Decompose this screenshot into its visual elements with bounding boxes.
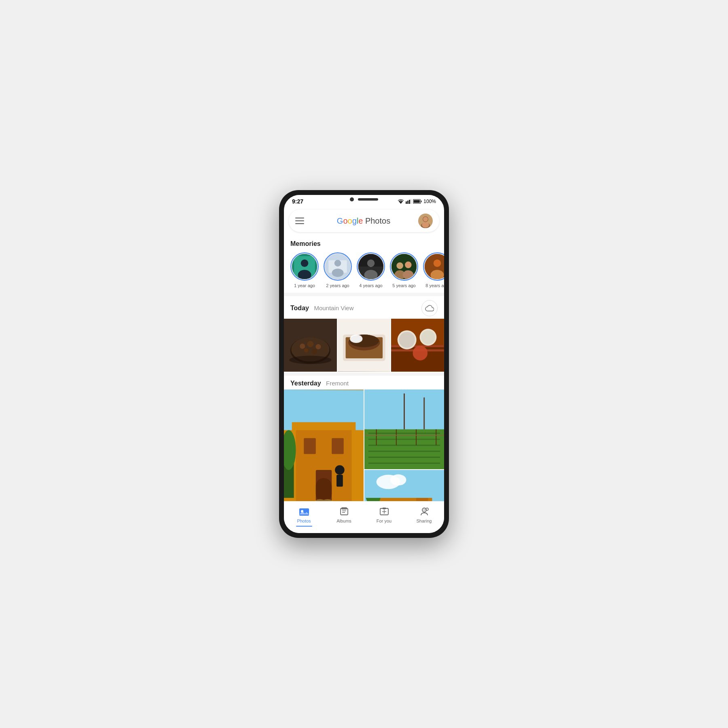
memory-item-3[interactable]: 5 years ago bbox=[390, 252, 418, 288]
svg-point-11 bbox=[423, 217, 428, 222]
memory-circle-0 bbox=[290, 252, 319, 281]
svg-point-38 bbox=[315, 344, 321, 349]
nav-for-you[interactable]: For you bbox=[364, 505, 404, 528]
nav-photos[interactable]: Photos bbox=[284, 505, 324, 528]
yesterday-header: Yesterday Fremont bbox=[284, 376, 444, 389]
yesterday-location: Fremont bbox=[326, 380, 349, 387]
svg-rect-63 bbox=[304, 438, 316, 454]
svg-point-41 bbox=[289, 356, 332, 364]
svg-rect-66 bbox=[316, 478, 332, 501]
memory-item-2[interactable]: 4 years ago bbox=[357, 252, 385, 288]
svg-rect-111 bbox=[383, 508, 386, 509]
section-divider-2 bbox=[284, 372, 444, 376]
today-section: Today Mountain View bbox=[284, 296, 444, 372]
memory-item-0[interactable]: 1 year ago bbox=[290, 252, 319, 288]
app-header: Google Photos bbox=[289, 210, 439, 232]
svg-point-113 bbox=[423, 509, 425, 511]
yesterday-photo-right-top[interactable] bbox=[364, 389, 444, 469]
svg-point-15 bbox=[301, 259, 309, 267]
svg-point-37 bbox=[307, 341, 313, 347]
memory-circle-2 bbox=[357, 252, 385, 281]
svg-rect-6 bbox=[421, 201, 422, 202]
today-date-group: Today Mountain View bbox=[290, 305, 354, 312]
battery-text: 100% bbox=[423, 199, 436, 204]
svg-point-40 bbox=[312, 349, 317, 354]
svg-rect-2 bbox=[407, 201, 408, 204]
svg-point-55 bbox=[399, 332, 415, 348]
bottom-navigation: Photos Albums bbox=[284, 501, 444, 533]
today-photo-grid bbox=[284, 319, 444, 372]
memory-label-4: 8 years ago bbox=[425, 283, 444, 288]
photo-cell-1[interactable] bbox=[338, 319, 391, 372]
sharing-nav-label: Sharing bbox=[417, 518, 432, 523]
memory-circle-4 bbox=[423, 252, 444, 281]
svg-rect-1 bbox=[406, 201, 407, 204]
memory-label-2: 4 years ago bbox=[359, 283, 382, 288]
for-you-nav-icon bbox=[379, 506, 389, 517]
menu-button[interactable] bbox=[295, 218, 304, 224]
memory-item-1[interactable]: 2 years ago bbox=[324, 252, 352, 288]
photos-nav-label: Photos bbox=[297, 518, 311, 523]
today-date-label: Today bbox=[290, 305, 309, 311]
photos-icon bbox=[299, 507, 309, 516]
svg-point-29 bbox=[403, 270, 414, 279]
svg-point-31 bbox=[434, 259, 441, 267]
albums-nav-icon bbox=[339, 506, 349, 517]
memory-label-1: 2 years ago bbox=[326, 283, 349, 288]
svg-rect-72 bbox=[336, 474, 343, 487]
svg-point-36 bbox=[300, 343, 305, 349]
status-icons: 100% bbox=[398, 199, 436, 204]
main-scroll-area[interactable]: Memories bbox=[284, 235, 444, 501]
memories-scroll[interactable]: 1 year ago bbox=[284, 251, 444, 293]
svg-point-19 bbox=[334, 260, 341, 267]
svg-rect-3 bbox=[409, 200, 410, 204]
today-header: Today Mountain View bbox=[284, 296, 444, 319]
nav-active-indicator bbox=[296, 526, 312, 527]
yesterday-section: Yesterday Fremont bbox=[284, 376, 444, 501]
svg-point-58 bbox=[413, 346, 428, 361]
signal-icon bbox=[406, 199, 411, 204]
backup-button[interactable] bbox=[421, 300, 438, 316]
battery-icon bbox=[413, 199, 422, 204]
svg-point-97 bbox=[390, 474, 406, 486]
svg-point-39 bbox=[304, 348, 308, 352]
photos-nav-icon bbox=[299, 506, 309, 517]
yesterday-date-label: Yesterday bbox=[290, 380, 321, 387]
photo-cell-0[interactable] bbox=[284, 319, 337, 372]
svg-rect-7 bbox=[414, 200, 420, 203]
nav-albums[interactable]: Albums bbox=[324, 505, 364, 528]
status-time: 9:27 bbox=[292, 198, 303, 205]
svg-rect-98 bbox=[299, 508, 309, 516]
svg-point-28 bbox=[405, 262, 412, 269]
nav-sharing[interactable]: Sharing bbox=[404, 505, 444, 528]
today-location: Mountain View bbox=[314, 305, 353, 311]
memory-label-0: 1 year ago bbox=[294, 283, 315, 288]
speaker bbox=[358, 198, 378, 201]
cloud-icon bbox=[425, 305, 434, 311]
sharing-nav-icon bbox=[419, 506, 430, 517]
photo-cell-2[interactable] bbox=[391, 319, 444, 372]
yesterday-photo-right-bottom[interactable] bbox=[364, 470, 444, 501]
albums-nav-label: Albums bbox=[336, 518, 351, 523]
memory-circle-1 bbox=[324, 252, 352, 281]
svg-point-26 bbox=[396, 262, 403, 269]
memories-label: Memories bbox=[284, 235, 444, 251]
svg-point-106 bbox=[383, 511, 385, 512]
svg-rect-95 bbox=[364, 470, 444, 498]
for-you-icon bbox=[379, 507, 389, 516]
memory-label-3: 5 years ago bbox=[392, 283, 415, 288]
avatar[interactable] bbox=[418, 214, 433, 228]
svg-rect-24 bbox=[358, 254, 383, 267]
phone-screen: 9:27 bbox=[284, 195, 444, 533]
svg-point-48 bbox=[351, 336, 361, 342]
svg-point-20 bbox=[332, 269, 344, 277]
sharing-icon bbox=[419, 507, 429, 516]
svg-point-12 bbox=[422, 222, 429, 228]
front-camera bbox=[350, 197, 354, 201]
wifi-icon bbox=[398, 199, 404, 204]
phone-frame: 9:27 bbox=[279, 190, 449, 538]
yesterday-photo-main[interactable] bbox=[284, 389, 364, 501]
memory-item-4[interactable]: 8 years ago bbox=[423, 252, 444, 288]
for-you-nav-label: For you bbox=[377, 518, 392, 523]
svg-line-115 bbox=[425, 510, 426, 510]
